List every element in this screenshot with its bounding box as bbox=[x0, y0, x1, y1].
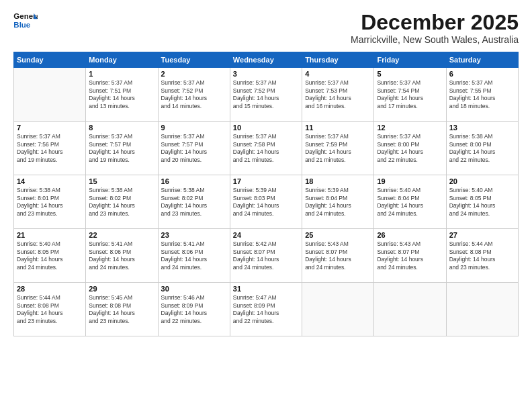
calendar-cell: 26Sunrise: 5:43 AM Sunset: 8:07 PM Dayli… bbox=[374, 229, 446, 283]
calendar-cell: 31Sunrise: 5:47 AM Sunset: 8:09 PM Dayli… bbox=[230, 283, 302, 336]
day-number: 6 bbox=[449, 70, 515, 78]
logo: General Blue bbox=[13, 11, 38, 31]
cell-info: Sunrise: 5:37 AM Sunset: 7:52 PM Dayligh… bbox=[161, 79, 227, 110]
week-row-3: 21Sunrise: 5:40 AM Sunset: 8:05 PM Dayli… bbox=[14, 229, 519, 283]
day-number: 20 bbox=[449, 177, 515, 185]
cell-info: Sunrise: 5:37 AM Sunset: 7:52 PM Dayligh… bbox=[233, 79, 299, 110]
svg-text:Blue: Blue bbox=[13, 21, 30, 29]
week-row-1: 7Sunrise: 5:37 AM Sunset: 7:56 PM Daylig… bbox=[14, 122, 519, 175]
cell-info: Sunrise: 5:43 AM Sunset: 8:07 PM Dayligh… bbox=[377, 240, 443, 271]
day-number: 8 bbox=[89, 124, 154, 132]
col-header-monday: Monday bbox=[86, 52, 158, 68]
calendar-cell: 19Sunrise: 5:40 AM Sunset: 8:04 PM Dayli… bbox=[374, 175, 446, 229]
calendar-cell: 2Sunrise: 5:37 AM Sunset: 7:52 PM Daylig… bbox=[158, 68, 230, 122]
day-number: 13 bbox=[449, 124, 515, 132]
cell-info: Sunrise: 5:47 AM Sunset: 8:09 PM Dayligh… bbox=[233, 294, 299, 325]
calendar-cell: 13Sunrise: 5:38 AM Sunset: 8:00 PM Dayli… bbox=[446, 122, 518, 175]
cell-info: Sunrise: 5:37 AM Sunset: 7:56 PM Dayligh… bbox=[17, 133, 83, 164]
calendar-cell: 23Sunrise: 5:41 AM Sunset: 8:06 PM Dayli… bbox=[158, 229, 230, 283]
calendar-cell: 5Sunrise: 5:37 AM Sunset: 7:54 PM Daylig… bbox=[374, 68, 446, 122]
day-number: 11 bbox=[305, 124, 371, 132]
calendar-cell bbox=[446, 283, 518, 336]
cell-info: Sunrise: 5:41 AM Sunset: 8:06 PM Dayligh… bbox=[89, 240, 154, 271]
calendar-cell: 9Sunrise: 5:37 AM Sunset: 7:57 PM Daylig… bbox=[158, 122, 230, 175]
cell-info: Sunrise: 5:37 AM Sunset: 7:51 PM Dayligh… bbox=[89, 79, 154, 110]
calendar-cell: 17Sunrise: 5:39 AM Sunset: 8:03 PM Dayli… bbox=[230, 175, 302, 229]
calendar-cell: 3Sunrise: 5:37 AM Sunset: 7:52 PM Daylig… bbox=[230, 68, 302, 122]
cell-info: Sunrise: 5:41 AM Sunset: 8:06 PM Dayligh… bbox=[161, 240, 227, 271]
calendar-cell: 18Sunrise: 5:39 AM Sunset: 8:04 PM Dayli… bbox=[302, 175, 374, 229]
day-number: 14 bbox=[17, 177, 83, 185]
calendar-cell: 20Sunrise: 5:40 AM Sunset: 8:05 PM Dayli… bbox=[446, 175, 518, 229]
day-number: 12 bbox=[377, 124, 443, 132]
cell-info: Sunrise: 5:38 AM Sunset: 8:02 PM Dayligh… bbox=[161, 187, 227, 218]
month-title: December 2025 bbox=[351, 11, 519, 34]
day-number: 26 bbox=[377, 231, 443, 239]
cell-info: Sunrise: 5:38 AM Sunset: 8:00 PM Dayligh… bbox=[449, 133, 515, 164]
calendar-header-row: SundayMondayTuesdayWednesdayThursdayFrid… bbox=[14, 52, 519, 68]
cell-info: Sunrise: 5:38 AM Sunset: 8:02 PM Dayligh… bbox=[89, 187, 154, 218]
cell-info: Sunrise: 5:37 AM Sunset: 7:57 PM Dayligh… bbox=[89, 133, 154, 164]
page-header: General Blue December 2025 Marrickville,… bbox=[13, 11, 519, 45]
title-area: December 2025 Marrickville, New South Wa… bbox=[351, 11, 519, 45]
week-row-2: 14Sunrise: 5:38 AM Sunset: 8:01 PM Dayli… bbox=[14, 175, 519, 229]
day-number: 23 bbox=[161, 231, 227, 239]
day-number: 29 bbox=[89, 285, 154, 293]
week-row-0: 1Sunrise: 5:37 AM Sunset: 7:51 PM Daylig… bbox=[14, 68, 519, 122]
day-number: 17 bbox=[233, 177, 299, 185]
col-header-sunday: Sunday bbox=[14, 52, 86, 68]
cell-info: Sunrise: 5:40 AM Sunset: 8:05 PM Dayligh… bbox=[17, 240, 83, 271]
day-number: 15 bbox=[89, 177, 154, 185]
day-number: 21 bbox=[17, 231, 83, 239]
cell-info: Sunrise: 5:44 AM Sunset: 8:08 PM Dayligh… bbox=[17, 294, 83, 325]
calendar-cell bbox=[14, 68, 86, 122]
calendar-cell: 24Sunrise: 5:42 AM Sunset: 8:07 PM Dayli… bbox=[230, 229, 302, 283]
calendar-table: SundayMondayTuesdayWednesdayThursdayFrid… bbox=[13, 52, 519, 336]
calendar-cell: 7Sunrise: 5:37 AM Sunset: 7:56 PM Daylig… bbox=[14, 122, 86, 175]
day-number: 24 bbox=[233, 231, 299, 239]
day-number: 4 bbox=[305, 70, 371, 78]
day-number: 5 bbox=[377, 70, 443, 78]
calendar-cell: 8Sunrise: 5:37 AM Sunset: 7:57 PM Daylig… bbox=[86, 122, 158, 175]
week-row-4: 28Sunrise: 5:44 AM Sunset: 8:08 PM Dayli… bbox=[14, 283, 519, 336]
calendar-cell: 1Sunrise: 5:37 AM Sunset: 7:51 PM Daylig… bbox=[86, 68, 158, 122]
cell-info: Sunrise: 5:40 AM Sunset: 8:05 PM Dayligh… bbox=[449, 187, 515, 218]
day-number: 18 bbox=[305, 177, 371, 185]
calendar-cell: 15Sunrise: 5:38 AM Sunset: 8:02 PM Dayli… bbox=[86, 175, 158, 229]
cell-info: Sunrise: 5:39 AM Sunset: 8:04 PM Dayligh… bbox=[305, 187, 371, 218]
cell-info: Sunrise: 5:43 AM Sunset: 8:07 PM Dayligh… bbox=[305, 240, 371, 271]
cell-info: Sunrise: 5:37 AM Sunset: 7:53 PM Dayligh… bbox=[305, 79, 371, 110]
cell-info: Sunrise: 5:37 AM Sunset: 7:58 PM Dayligh… bbox=[233, 133, 299, 164]
day-number: 27 bbox=[449, 231, 515, 239]
calendar-cell: 11Sunrise: 5:37 AM Sunset: 7:59 PM Dayli… bbox=[302, 122, 374, 175]
day-number: 1 bbox=[89, 70, 154, 78]
calendar-cell: 10Sunrise: 5:37 AM Sunset: 7:58 PM Dayli… bbox=[230, 122, 302, 175]
cell-info: Sunrise: 5:38 AM Sunset: 8:01 PM Dayligh… bbox=[17, 187, 83, 218]
cell-info: Sunrise: 5:37 AM Sunset: 8:00 PM Dayligh… bbox=[377, 133, 443, 164]
calendar-cell: 28Sunrise: 5:44 AM Sunset: 8:08 PM Dayli… bbox=[14, 283, 86, 336]
cell-info: Sunrise: 5:37 AM Sunset: 7:54 PM Dayligh… bbox=[377, 79, 443, 110]
calendar-cell: 4Sunrise: 5:37 AM Sunset: 7:53 PM Daylig… bbox=[302, 68, 374, 122]
cell-info: Sunrise: 5:44 AM Sunset: 8:08 PM Dayligh… bbox=[449, 240, 515, 271]
cell-info: Sunrise: 5:46 AM Sunset: 8:09 PM Dayligh… bbox=[161, 294, 227, 325]
day-number: 3 bbox=[233, 70, 299, 78]
day-number: 28 bbox=[17, 285, 83, 293]
day-number: 22 bbox=[89, 231, 154, 239]
calendar-cell: 6Sunrise: 5:37 AM Sunset: 7:55 PM Daylig… bbox=[446, 68, 518, 122]
calendar-cell: 25Sunrise: 5:43 AM Sunset: 8:07 PM Dayli… bbox=[302, 229, 374, 283]
day-number: 2 bbox=[161, 70, 227, 78]
day-number: 16 bbox=[161, 177, 227, 185]
calendar-cell: 27Sunrise: 5:44 AM Sunset: 8:08 PM Dayli… bbox=[446, 229, 518, 283]
col-header-wednesday: Wednesday bbox=[230, 52, 302, 68]
col-header-saturday: Saturday bbox=[446, 52, 518, 68]
day-number: 9 bbox=[161, 124, 227, 132]
calendar-cell bbox=[374, 283, 446, 336]
day-number: 25 bbox=[305, 231, 371, 239]
cell-info: Sunrise: 5:40 AM Sunset: 8:04 PM Dayligh… bbox=[377, 187, 443, 218]
col-header-friday: Friday bbox=[374, 52, 446, 68]
day-number: 10 bbox=[233, 124, 299, 132]
calendar-cell bbox=[302, 283, 374, 336]
calendar-cell: 29Sunrise: 5:45 AM Sunset: 8:08 PM Dayli… bbox=[86, 283, 158, 336]
col-header-thursday: Thursday bbox=[302, 52, 374, 68]
day-number: 7 bbox=[17, 124, 83, 132]
